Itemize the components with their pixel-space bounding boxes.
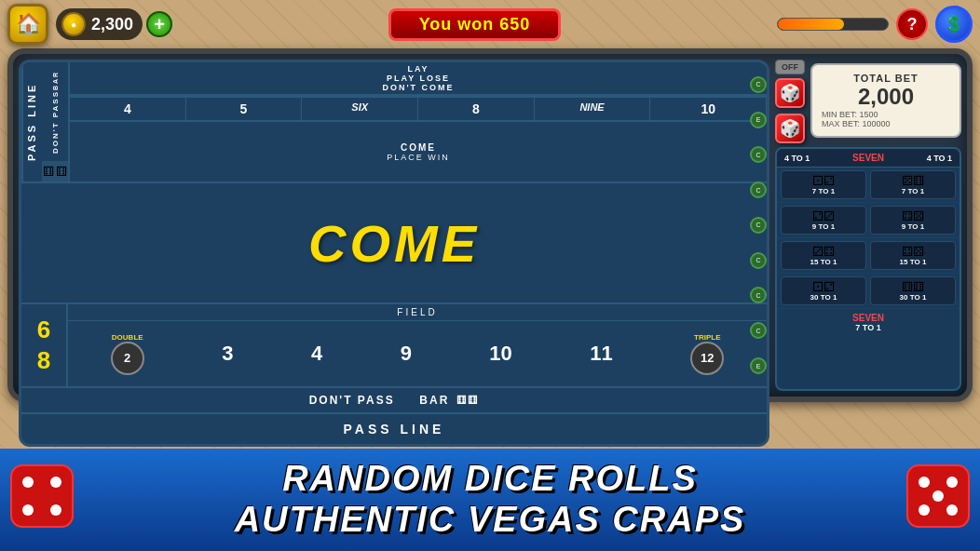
total-bet-title: TOTAL BET: [822, 73, 950, 84]
field-3[interactable]: 3: [222, 342, 233, 366]
c-btn-5[interactable]: C: [750, 217, 767, 234]
side-bet-cell-1-right[interactable]: ⚄⚅ 7 TO 1: [870, 170, 956, 199]
num-8[interactable]: 8: [418, 98, 535, 120]
c-btn-7[interactable]: C: [750, 287, 767, 303]
play-lose-label: PLAY LOSE: [387, 74, 450, 83]
num-4[interactable]: 4: [70, 98, 186, 120]
home-button[interactable]: 🏠: [7, 4, 48, 45]
banner-dice-right: [905, 464, 971, 542]
side-bet-row-4: ⚀⚁ 30 TO 1 ⚅⚅ 30 TO 1: [777, 274, 960, 309]
come-label: COME: [401, 142, 436, 153]
side-bet-cell-3-right[interactable]: ⚃⚄ 15 TO 1: [870, 241, 956, 270]
place-win-label: PLACE WIN: [387, 153, 450, 162]
dont-come-section: LAY PLAY LOSE DON'T COME: [70, 62, 767, 96]
progress-bar: [778, 19, 844, 30]
field-9[interactable]: 9: [401, 342, 412, 366]
add-coins-button[interactable]: +: [146, 11, 172, 37]
c-btn-2[interactable]: E: [750, 112, 767, 128]
field-nums-row: DOUBLE 2 3 4 9 10 11 TRIPLE 12: [68, 321, 767, 386]
off-button[interactable]: OFF: [775, 60, 805, 74]
circle-buttons: C E C C C C C C E: [747, 60, 769, 391]
side-bet-row-2: ⚁⚂ 9 TO 1 ⚃⚄ 9 TO 1: [777, 203, 960, 238]
win-banner-area: You won 650: [172, 8, 777, 41]
bar-dice-area: ⚅⚅: [42, 161, 68, 181]
four-to-one-right: 4 TO 1: [927, 154, 952, 163]
dont-pass-bar-area: DON'T PASS BAR ⚅⚅: [42, 62, 70, 181]
c-btn-1[interactable]: C: [750, 76, 767, 93]
bottom-banner: RANDOM DICE ROLLS AUTHENTIC VEGAS CRAPS: [0, 449, 980, 551]
coin-icon: ●: [61, 12, 86, 36]
dc-labels: LAY PLAY LOSE DON'T COME: [70, 62, 767, 94]
progress-bar-container: [777, 18, 889, 31]
field-4[interactable]: 4: [311, 342, 322, 366]
craps-table: PASS LINE DON'T PASS BAR ⚅⚅ LAY PLAY LO: [19, 60, 769, 447]
numbers-row: 4 5 SIX 8 NINE 10: [70, 96, 767, 120]
svg-point-9: [919, 504, 930, 516]
min-bet: MIN BET: 1500: [822, 110, 950, 119]
pass-line-side-label: PASS LINE: [21, 62, 42, 181]
table-field: 6 8 FIELD DOUBLE 2 3 4 9 10 11: [21, 304, 767, 388]
side-bet-cell-1-left[interactable]: ⚀⚁ 7 TO 1: [781, 170, 866, 199]
four-to-one-left: 4 TO 1: [784, 154, 810, 163]
field-12[interactable]: TRIPLE 12: [690, 333, 724, 375]
six-label: 6: [37, 316, 50, 344]
dont-pass-row[interactable]: DON'T PASS BAR ⚅⚅: [21, 388, 767, 414]
side-bet-cell-2-left[interactable]: ⚁⚂ 9 TO 1: [781, 206, 866, 235]
table-bottom: DON'T PASS BAR ⚅⚅ PASS LINE: [21, 388, 767, 444]
field-11[interactable]: 11: [590, 342, 612, 366]
store-button[interactable]: 💲: [935, 6, 973, 43]
side-bet-cell-4-left[interactable]: ⚀⚁ 30 TO 1: [781, 276, 866, 305]
seven-bottom[interactable]: SEVEN 7 TO 1: [777, 309, 960, 336]
win-text: You won 650: [388, 8, 562, 41]
seven-bottom-label: SEVEN: [781, 313, 956, 323]
side-bet-cell-3-left[interactable]: ⚂⚃ 15 TO 1: [781, 241, 866, 270]
c-btn-4[interactable]: C: [750, 181, 767, 198]
six-eight-area[interactable]: 6 8: [21, 304, 68, 386]
side-bet-row-3: ⚂⚃ 15 TO 1 ⚃⚄ 15 TO 1: [777, 238, 960, 274]
top-right-area: ? 💲: [777, 6, 973, 43]
svg-point-6: [919, 477, 930, 488]
side-bet-cell-2-right[interactable]: ⚃⚄ 9 TO 1: [870, 206, 956, 235]
coins-value: 2,300: [91, 15, 133, 34]
dice-control-area: OFF 🎲 🎲 TOTAL BET 2,000 MIN BET: 1500 MA…: [775, 60, 961, 143]
field-label: FIELD: [68, 304, 767, 321]
max-bet: MAX BET: 100000: [822, 119, 950, 128]
banner-line1: RANDOM DICE ROLLS: [282, 460, 698, 499]
side-bets-header: 4 TO 1 SEVEN 4 TO 1: [777, 149, 960, 168]
side-bets-panel: 4 TO 1 SEVEN 4 TO 1 ⚀⚁ 7 TO 1 ⚄⚅ 7 TO 1 …: [775, 147, 961, 391]
c-btn-3[interactable]: C: [750, 146, 767, 163]
table-middle[interactable]: COME: [21, 183, 767, 304]
come-big-label: COME: [308, 213, 480, 274]
num-5[interactable]: 5: [186, 98, 303, 120]
svg-point-10: [946, 504, 958, 516]
lay-label: LAY: [407, 64, 429, 74]
game-area: PASS LINE DON'T PASS BAR ⚅⚅ LAY PLAY LO: [7, 48, 973, 402]
num-nine[interactable]: NINE: [535, 98, 651, 120]
banner-line2: AUTHENTIC VEGAS CRAPS: [235, 501, 746, 540]
help-button[interactable]: ?: [896, 8, 928, 40]
come-section: COME PLACE WIN: [70, 120, 767, 181]
bar-label: BAR: [419, 394, 449, 407]
num-six[interactable]: SIX: [302, 98, 418, 120]
svg-point-4: [50, 504, 61, 516]
c-btn-6[interactable]: C: [750, 252, 767, 269]
eight-label: 8: [37, 346, 50, 375]
dice-icon-1: 🎲: [775, 78, 805, 108]
top-bar: 🏠 ● 2,300 + You won 650 ? 💲: [0, 0, 980, 48]
seven-center: SEVEN: [852, 153, 884, 163]
side-bet-cell-4-right[interactable]: ⚅⚅ 30 TO 1: [870, 276, 956, 305]
right-panel: OFF 🎲 🎲 TOTAL BET 2,000 MIN BET: 1500 MA…: [775, 60, 961, 391]
banner-dice-left: [9, 464, 75, 542]
craps-table-wrapper: PASS LINE DON'T PASS BAR ⚅⚅ LAY PLAY LO: [19, 60, 769, 391]
svg-point-7: [946, 477, 958, 488]
dice-icons: 🎲 🎲: [775, 78, 805, 143]
svg-rect-0: [11, 465, 73, 527]
field-10[interactable]: 10: [489, 342, 511, 366]
svg-point-3: [22, 504, 34, 516]
pass-line-row[interactable]: PASS LINE: [21, 414, 767, 444]
c-btn-8[interactable]: C: [750, 322, 767, 339]
field-numbers: FIELD DOUBLE 2 3 4 9 10 11 TRIPLE: [68, 304, 767, 386]
c-btn-9[interactable]: E: [750, 357, 767, 374]
field-2[interactable]: DOUBLE 2: [111, 333, 144, 375]
side-bet-row-1: ⚀⚁ 7 TO 1 ⚄⚅ 7 TO 1: [777, 168, 960, 203]
